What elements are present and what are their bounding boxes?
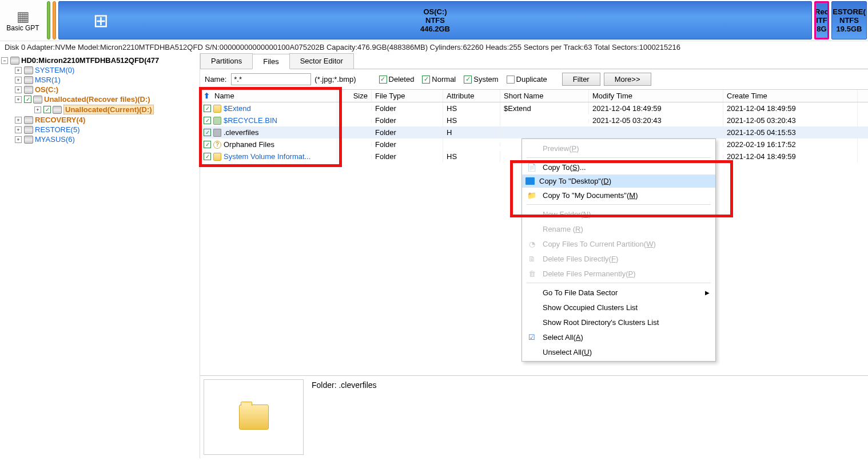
col-name[interactable]: ⬆Name (200, 90, 337, 102)
tree-expander[interactable]: + (15, 126, 22, 133)
file-type-icon (213, 153, 221, 161)
tree-expander[interactable]: + (15, 77, 22, 84)
table-row[interactable]: ✓$ExtendFolderHS$Extend2021-12-04 18:49:… (200, 102, 868, 114)
chip-icon: ▦ (17, 9, 30, 25)
tree-item[interactable]: +RECOVERY(4) (1, 115, 198, 125)
file-type-icon (213, 105, 221, 113)
tree-root[interactable]: − HD0:Micron2210MTFDHBA512QFD(477 (1, 55, 198, 65)
tree-expander[interactable]: + (34, 106, 41, 113)
up-folder-icon[interactable]: ⬆ (204, 92, 210, 100)
partition-icon (24, 136, 33, 144)
col-attr[interactable]: Attribute (443, 90, 500, 102)
tree-item-label: Unallocated(Recover files)(D:) (44, 95, 150, 104)
system-checkbox[interactable]: ✓ (464, 76, 472, 84)
col-mtime[interactable]: Modify Time (589, 90, 723, 102)
tree-item[interactable]: +✓Unallocated(Current)(D:) (1, 104, 198, 115)
partition-msr-sliver[interactable] (53, 1, 56, 39)
normal-checkbox[interactable]: ✓ (422, 76, 430, 84)
tree-expander[interactable]: + (15, 86, 22, 93)
partition-icon (24, 116, 33, 124)
tab-partitions[interactable]: Partitions (200, 53, 253, 69)
ctx-unselect-all[interactable]: Unselect All(U) (522, 344, 715, 359)
filter-button[interactable]: Filter (562, 73, 600, 86)
partition-icon (33, 96, 42, 104)
partition-icon (24, 66, 33, 74)
row-checkbox[interactable]: ✓ (204, 129, 211, 136)
tree-expander[interactable]: + (15, 96, 22, 103)
col-size[interactable]: Size (337, 90, 372, 102)
tree-item-label: RESTORE(5) (35, 125, 80, 134)
tree-item-label: MYASUS(6) (35, 135, 75, 144)
row-checkbox[interactable]: ✓ (204, 105, 211, 112)
tree-item[interactable]: +RESTORE(5) (1, 125, 198, 134)
toolbar: ▦ Basic GPT ⊞ OS(C:) NTFS 446.2GB Rec IT… (0, 0, 868, 41)
deleted-checkbox[interactable]: ✓ (379, 76, 387, 84)
table-row[interactable]: ✓$RECYCLE.BINFolderHS2021-12-05 03:20:43… (200, 114, 868, 126)
duplicate-checkbox[interactable] (507, 76, 515, 84)
tabs: Partitions Files Sector Editor (200, 53, 868, 69)
more-button[interactable]: More>> (604, 73, 651, 86)
tree-expander[interactable]: + (15, 117, 22, 124)
ctx-copy-to[interactable]: 📄 Copy To(S)... (522, 160, 715, 175)
file-type-icon (213, 117, 221, 125)
ctx-select-all[interactable]: ☑Select All(A) (522, 330, 715, 344)
tree-item[interactable]: +MSR(1) (1, 75, 198, 85)
tree-checkbox[interactable]: ✓ (43, 106, 51, 113)
partition-os[interactable]: ⊞ OS(C:) NTFS 446.2GB (58, 1, 812, 39)
ctx-preview: Preview(P) (522, 141, 715, 156)
basic-gpt-button[interactable]: ▦ Basic GPT (0, 0, 46, 41)
disk-tree: − HD0:Micron2210MTFDHBA512QFD(477 +SYSTE… (0, 53, 200, 458)
preview-icon (525, 143, 538, 153)
name-filter-label: Name: (205, 75, 226, 84)
partition-recovery-sliver[interactable]: Rec ITF 8G (814, 1, 829, 39)
tree-item[interactable]: +✓Unallocated(Recover files)(D:) (1, 94, 198, 104)
file-name: $RECYCLE.BIN (224, 116, 277, 125)
ctx-show-clusters[interactable]: Show Occupied Clusters List (522, 300, 715, 315)
tab-files[interactable]: Files (252, 54, 289, 69)
ctx-show-root-clusters[interactable]: Show Root Directory's Clusters List (522, 315, 715, 330)
tree-root-label: HD0:Micron2210MTFDHBA512QFD(477 (21, 56, 159, 65)
tab-sector-editor[interactable]: Sector Editor (289, 53, 354, 69)
desktop-icon (525, 177, 535, 185)
partition-map: ⊞ OS(C:) NTFS 446.2GB Rec ITF 8G ESTORE(… (46, 0, 868, 41)
ctx-goto-sector[interactable]: Go To File Data Sector▶ (522, 285, 715, 300)
folder-icon (239, 405, 269, 430)
copy-to-icon: 📄 (525, 162, 538, 172)
delete-perm-icon: 🗑 (525, 268, 538, 279)
documents-icon: 📁 (525, 190, 538, 200)
partition-system-sliver[interactable] (47, 1, 50, 39)
tree-expander[interactable]: + (15, 67, 22, 74)
table-row[interactable]: ✓.cleverfilesFolderH2021-12-05 04:15:53 (200, 126, 868, 138)
ctx-new-folder: New Folder(N) (522, 207, 715, 221)
tree-item[interactable]: +SYSTEM(0) (1, 65, 198, 75)
tree-checkbox[interactable]: ✓ (24, 96, 31, 103)
row-checkbox[interactable]: ✓ (204, 117, 211, 124)
tree-expander[interactable]: + (15, 136, 22, 143)
delete-icon: 🗎 (525, 253, 538, 264)
submenu-arrow-icon: ▶ (705, 290, 710, 296)
name-filter-input[interactable] (231, 73, 311, 85)
tree-item-label: SYSTEM(0) (35, 66, 74, 74)
tree-item-label: OS(C:) (35, 85, 58, 94)
file-name: System Volume Informat... (224, 152, 310, 161)
ctx-copy-documents[interactable]: 📁 Copy To "My Documents"(M) (522, 188, 715, 203)
tree-item-label: MSR(1) (35, 76, 61, 84)
partition-os-fs: NTFS (420, 16, 450, 25)
partition-os-size: 446.2GB (420, 25, 450, 33)
tree-expander[interactable]: − (1, 57, 8, 64)
col-short[interactable]: Short Name (500, 90, 589, 102)
preview-info: Folder: .cleverfiles (307, 376, 381, 458)
ctx-copy-desktop[interactable]: Copy To "Desktop"(D) (522, 175, 715, 188)
basic-gpt-label: Basic GPT (6, 25, 39, 32)
filter-bar: Name: (*.jpg;*.bmp) ✓Deleted ✓Normal ✓Sy… (200, 69, 868, 89)
col-ctime[interactable]: Create Time (723, 90, 858, 102)
col-type[interactable]: File Type (372, 90, 443, 102)
row-checkbox[interactable]: ✓ (204, 153, 211, 160)
file-type-icon: ? (213, 141, 221, 149)
disk-icon (10, 57, 19, 65)
tree-item[interactable]: +MYASUS(6) (1, 134, 198, 144)
row-checkbox[interactable]: ✓ (204, 141, 211, 148)
disk-info-bar: Disk 0 Adapter:NVMe Model:Micron2210MTFD… (0, 41, 868, 53)
tree-item[interactable]: +OS(C:) (1, 85, 198, 94)
partition-restore[interactable]: ESTORE( NTFS 19.5GB (831, 1, 867, 39)
